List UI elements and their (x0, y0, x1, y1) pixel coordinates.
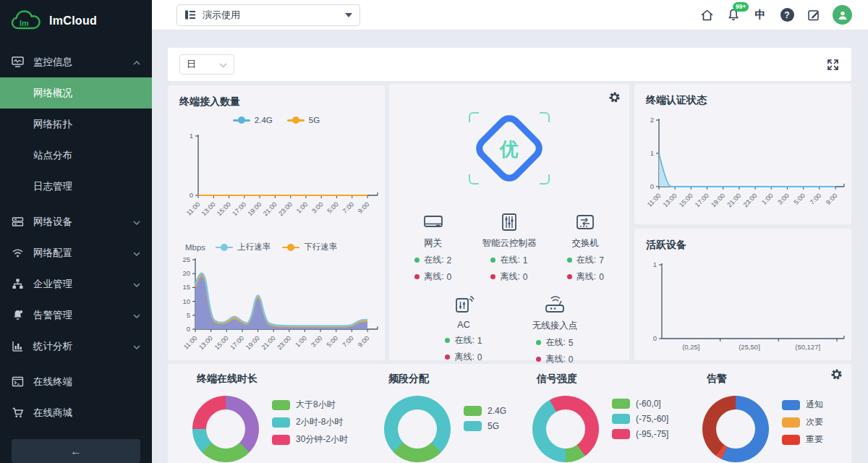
gateway-icon (422, 213, 444, 232)
sidebar-item-label: 统计分析 (33, 340, 72, 353)
gear-icon (608, 91, 621, 103)
online-duration-donut[interactable] (192, 396, 259, 462)
device-switch[interactable]: 交换机 在线:7 离线:0 (548, 213, 623, 283)
device-status-row-2: AC 在线:1 离线:0 无线接入点 在线:5 离线:0 (389, 294, 629, 365)
network-health-panel: 优 网关 在线:2 离线:0 智能云控制器 在线:1 离线:0 交换机 在线:7… (389, 84, 629, 360)
legend-5g[interactable]: 5G (287, 116, 320, 124)
sidebar-item-statistics[interactable]: 统计分析 (0, 331, 152, 362)
offline-dot (490, 274, 495, 279)
logo[interactable]: Im ImCloud (0, 0, 152, 42)
legend-item[interactable]: 通知 (782, 399, 823, 411)
svg-text:1:00: 1:00 (295, 200, 309, 214)
alarm-donut[interactable] (702, 396, 769, 462)
feedback-button[interactable] (806, 7, 822, 23)
alarm-section: 告警 通知 次要 重要 (678, 373, 851, 462)
sidebar-item-online-store[interactable]: 在线商城 (0, 397, 152, 428)
controller-icon (498, 213, 520, 232)
sidebar-item-network-config[interactable]: 网络配置 (0, 237, 152, 268)
sidebar-item-log-management[interactable]: 日志管理 (0, 171, 152, 202)
terminal-auth-chart: 01211:0013:0015:0017:0019:0021:0023:001:… (639, 111, 847, 220)
svg-text:2: 2 (650, 116, 654, 124)
chevron-down-icon (219, 59, 227, 70)
legend-item[interactable]: (-95,-75] (612, 429, 668, 439)
legend-item[interactable]: 重要 (782, 433, 823, 446)
sidebar-item-label: 网络拓扑 (33, 118, 72, 131)
switch-icon (574, 213, 596, 232)
legend-item[interactable]: (-60,0] (612, 399, 668, 409)
svg-text:5:00: 5:00 (326, 200, 339, 214)
period-select[interactable]: 日 (179, 54, 234, 75)
chevron-down-icon (133, 216, 140, 227)
svg-text:21:00: 21:00 (262, 200, 278, 217)
panel-title: 告警 (678, 373, 851, 386)
svg-text:25: 25 (182, 255, 190, 263)
terminal-auth-panel: 终端认证状态 01211:0013:0015:0017:0019:0021:00… (634, 84, 851, 224)
sidebar-item-network-devices[interactable]: 网络设备 (0, 206, 152, 237)
svg-text:19:00: 19:00 (244, 334, 261, 351)
dropdown-caret-icon (345, 13, 352, 17)
settings-button[interactable] (830, 368, 843, 383)
sidebar-item-enterprise-management[interactable]: 企业管理 (0, 268, 152, 300)
workspace-selector[interactable]: 演示使用 (176, 4, 360, 26)
legend-downlink[interactable]: 下行速率 (282, 242, 337, 252)
svg-text:9:00: 9:00 (357, 334, 370, 348)
user-avatar[interactable] (833, 5, 852, 25)
sidebar-item-label: 在线终端 (33, 375, 72, 388)
legend-item[interactable]: 大于8小时 (272, 399, 348, 411)
band-allocation-donut[interactable] (384, 396, 451, 462)
svg-text:9:00: 9:00 (825, 192, 838, 205)
svg-text:11:00: 11:00 (182, 334, 199, 351)
sidebar-item-online-terminals[interactable]: 在线终端 (0, 366, 152, 397)
legend-item[interactable]: (-75,-60] (612, 414, 668, 424)
settings-button[interactable] (608, 91, 621, 106)
svg-text:0: 0 (653, 334, 657, 342)
legend-item[interactable]: 2.4G (464, 406, 506, 416)
svg-text:3:00: 3:00 (310, 334, 323, 348)
sidebar-item-label: 告警管理 (33, 309, 72, 322)
language-button[interactable]: 中 (752, 7, 768, 23)
notifications-button[interactable]: 99+ (726, 7, 741, 23)
sidebar-item-network-topology[interactable]: 网络拓扑 (0, 109, 152, 140)
help-button[interactable]: ? (779, 7, 795, 23)
svg-text:(50,127]: (50,127] (795, 343, 820, 351)
svg-text:0: 0 (187, 325, 190, 333)
device-ac[interactable]: AC 在线:1 离线:0 (426, 294, 501, 365)
wifi-icon (12, 247, 24, 259)
fullscreen-button[interactable] (826, 58, 840, 72)
sidebar-collapse-button[interactable]: ← (12, 439, 140, 463)
sidebar: Im ImCloud 监控信息 网络概况 网络拓扑 站点分布 日志管理 (0, 0, 152, 463)
svg-text:17:00: 17:00 (229, 334, 245, 351)
sidebar-item-label: 站点分布 (33, 149, 72, 162)
sidebar-item-alarm-management[interactable]: 告警管理 (0, 300, 152, 331)
health-grade: 优 (498, 138, 519, 160)
band-allocation-section: 频段分配 2.4G 5G (359, 373, 508, 462)
panel-title: 活跃设备 (634, 229, 851, 252)
sidebar-item-label: 网络概况 (33, 87, 72, 100)
legend-item[interactable]: 2小时-8小时 (272, 416, 348, 428)
sidebar-item-monitor-info[interactable]: 监控信息 (0, 46, 152, 77)
online-dot (445, 338, 450, 343)
svg-text:17:00: 17:00 (694, 192, 710, 208)
legend-item[interactable]: 5G (464, 421, 506, 431)
legend-item[interactable]: 30分钟-2小时 (272, 433, 348, 446)
device-cloud-controller[interactable]: 智能云控制器 在线:1 离线:0 (472, 213, 547, 283)
panel-title: 频段分配 (359, 373, 508, 386)
signal-strength-donut[interactable] (532, 396, 599, 462)
health-grade-widget: 优 (389, 94, 629, 203)
signal-strength-section: 信号强度 (-60,0] (-75,-60] (-95,-75] (508, 373, 678, 462)
legend-item[interactable]: 次要 (782, 416, 823, 428)
home-button[interactable] (699, 7, 715, 23)
sidebar-item-network-overview[interactable]: 网络概况 (0, 77, 152, 109)
help-icon: ? (780, 8, 794, 22)
legend-uplink[interactable]: 上行速率 (216, 242, 271, 252)
line-legend-marker (216, 244, 233, 251)
user-icon (837, 9, 848, 21)
device-wireless-ap[interactable]: 无线接入点 在线:5 离线:0 (517, 294, 592, 365)
period-value: 日 (187, 58, 196, 71)
svg-text:3:00: 3:00 (776, 192, 790, 205)
svg-text:1: 1 (190, 132, 193, 140)
sidebar-item-site-distribution[interactable]: 站点分布 (0, 140, 152, 171)
device-gateway[interactable]: 网关 在线:2 离线:0 (396, 213, 471, 283)
legend-24g[interactable]: 2.4G (233, 116, 273, 124)
svg-text:15: 15 (182, 283, 190, 291)
